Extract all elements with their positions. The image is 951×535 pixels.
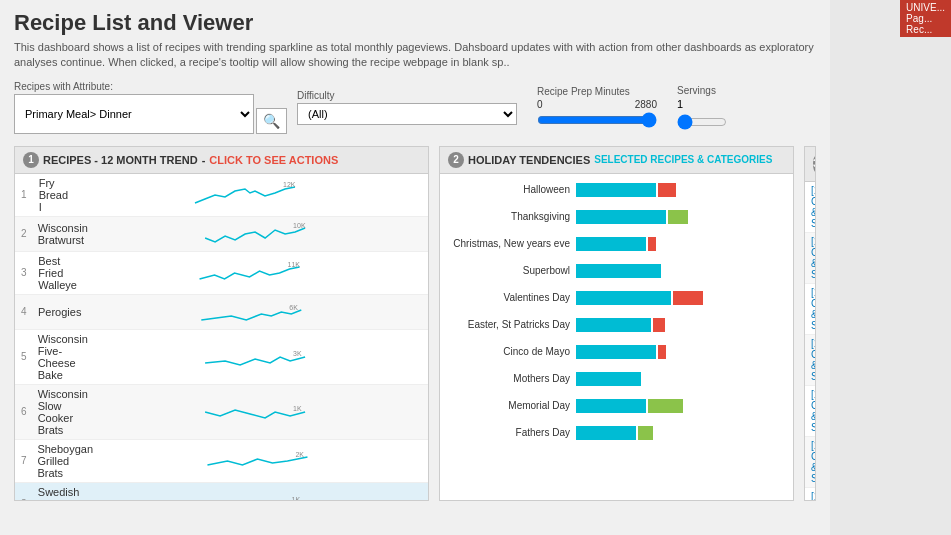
page-title: Recipe List and Viewer: [14, 10, 816, 36]
panel1-num: 1: [23, 152, 39, 168]
bar-thanksgiving-green: [668, 210, 688, 224]
svg-text:2K: 2K: [296, 451, 305, 458]
bar-valentines-cyan: [576, 291, 671, 305]
sparkline-3: 11K: [77, 259, 422, 287]
page-description: This dashboard shows a list of recipes w…: [14, 40, 816, 71]
bar-valentines-red: [673, 291, 703, 305]
svg-text:1K: 1K: [293, 405, 302, 412]
table-row[interactable]: 1 Fry Bread I 12K: [15, 174, 428, 217]
bar-easter-cyan: [576, 318, 651, 332]
bar-memorial-green: [648, 399, 683, 413]
holiday-row-mothers: Mothers Day: [446, 367, 787, 391]
holiday-panel: 2 HOLIDAY TENDENCIES SELECTED RECIPES & …: [439, 146, 794, 501]
holiday-row-fathers: Fathers Day: [446, 421, 787, 445]
holiday-row-thanksgiving: Thanksgiving: [446, 205, 787, 229]
panel2-num: 2: [448, 152, 464, 168]
sparkline-1: 12K: [68, 181, 422, 209]
attribute-filter-select[interactable]: Primary Meal> Dinner: [14, 94, 254, 134]
holiday-row-christmas: Christmas, New years eve: [446, 232, 787, 256]
bar-thanksgiving-cyan: [576, 210, 666, 224]
prep-minutes-label: Recipe Prep Minutes: [537, 86, 657, 97]
bar-memorial-cyan: [576, 399, 646, 413]
prep-max-value: 2880: [635, 99, 657, 110]
bar-cinco-red: [658, 345, 666, 359]
holiday-chart: Halloween Thanksgiving: [440, 174, 793, 500]
servings-range-slider[interactable]: [677, 114, 727, 130]
svg-text:10K: 10K: [293, 222, 306, 229]
bar-superbowl-cyan: [576, 264, 661, 278]
svg-text:6K: 6K: [290, 304, 299, 311]
list-item[interactable]: [1] Cooking & Sen...: [805, 437, 815, 488]
panel2-selected: SELECTED RECIPES & CATEGORIES: [594, 154, 772, 165]
table-row[interactable]: 6 Wisconsin Slow Cooker Brats 1K: [15, 385, 428, 440]
list-item[interactable]: [1] Cooking & Sen...: [805, 488, 815, 500]
bar-cinco-cyan: [576, 345, 656, 359]
prep-min-value: 0: [537, 99, 543, 110]
sparkline-7: 2K: [93, 447, 422, 475]
bar-fathers-green: [638, 426, 653, 440]
bar-halloween-cyan: [576, 183, 656, 197]
panel2-title: HOLIDAY TENDENCIES: [468, 154, 590, 166]
panel1-title: RECIPES - 12 MONTH TREND: [43, 154, 198, 166]
table-row[interactable]: 8 Swedish Meatballs II 1K: [15, 483, 428, 500]
bar-mothers-cyan: [576, 372, 641, 386]
list-item[interactable]: [1] Cooking & Sen...: [805, 335, 815, 386]
holiday-row-memorial: Memorial Day: [446, 394, 787, 418]
bar-christmas-red: [648, 237, 656, 251]
recipes-panel: 1 RECIPES - 12 MONTH TREND - CLICK TO SE…: [14, 146, 429, 501]
topbar-line1: UNIVE...: [906, 2, 945, 13]
sparkline-8: 1K: [85, 490, 422, 500]
servings-label: Servings: [677, 85, 727, 96]
topbar-line3: Rec...: [906, 24, 945, 35]
sparkline-6: 1K: [88, 398, 422, 426]
list-item[interactable]: [1] Cooking & Sen...: [805, 182, 815, 233]
table-row[interactable]: 5 Wisconsin Five-Cheese Bake 3K: [15, 330, 428, 385]
svg-text:1K: 1K: [291, 496, 300, 500]
sparkline-2: 10K: [88, 220, 422, 248]
holiday-row-easter: Easter, St Patricks Day: [446, 313, 787, 337]
related-panel: 3 RELATED CATI... [1] Cooking & Sen... […: [804, 146, 816, 501]
attribute-filter-label: Recipes with Attribute:: [14, 81, 287, 92]
table-row[interactable]: 3 Best Fried Walleye 11K: [15, 252, 428, 295]
svg-text:3K: 3K: [293, 350, 302, 357]
recipe-table: 1 Fry Bread I 12K 2 Wisconsin Bratwurst: [15, 174, 428, 500]
sparkline-4: 6K: [81, 298, 422, 326]
panel3-num: 3: [813, 156, 816, 172]
holiday-row-cinco: Cinco de Mayo: [446, 340, 787, 364]
holiday-row-halloween: Halloween: [446, 178, 787, 202]
servings-value: 1: [677, 98, 727, 110]
difficulty-filter-select[interactable]: (All): [297, 103, 517, 125]
bar-halloween-red: [658, 183, 676, 197]
holiday-row-superbowl: Superbowl: [446, 259, 787, 283]
related-list: [1] Cooking & Sen... [1] Cooking & Sen..…: [805, 182, 815, 500]
panel1-dash: -: [202, 154, 206, 166]
table-row[interactable]: 7 Sheboygan Grilled Brats 2K: [15, 440, 428, 483]
difficulty-filter-label: Difficulty: [297, 90, 517, 101]
sparkline-5: 3K: [88, 343, 422, 371]
list-item[interactable]: [1] Cooking & Sen...: [805, 233, 815, 284]
bar-easter-red: [653, 318, 665, 332]
table-row[interactable]: 4 Perogies 6K: [15, 295, 428, 330]
list-item[interactable]: [1] Cooking & Sen...: [805, 284, 815, 335]
holiday-row-valentines: Valentines Day: [446, 286, 787, 310]
svg-text:11K: 11K: [287, 261, 300, 268]
bar-fathers-cyan: [576, 426, 636, 440]
table-row[interactable]: 2 Wisconsin Bratwurst 10K: [15, 217, 428, 252]
bar-christmas-cyan: [576, 237, 646, 251]
svg-text:12K: 12K: [283, 181, 296, 188]
panel1-action[interactable]: CLICK TO SEE ACTIONS: [209, 154, 338, 166]
filter-icon-button[interactable]: 🔍: [256, 108, 287, 134]
list-item[interactable]: [1] Cooking & Sen...: [805, 386, 815, 437]
topbar-line2: Pag...: [906, 13, 945, 24]
prep-range-slider[interactable]: [537, 112, 657, 128]
